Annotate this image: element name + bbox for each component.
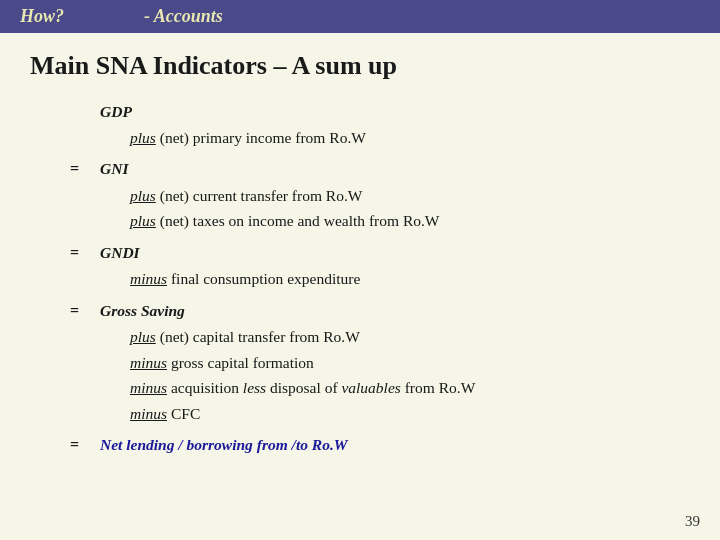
- gni-sub2: plus (net) taxes on income and wealth fr…: [40, 208, 690, 234]
- page-number: 39: [685, 513, 700, 530]
- main-content: Main SNA Indicators – A sum up GDP plus …: [0, 33, 720, 475]
- header-left: How?: [20, 6, 64, 27]
- nl-block: = Net lending / borrowing from /to Ro.W: [40, 432, 690, 458]
- nl-eq: =: [70, 432, 100, 458]
- gs-eq: =: [70, 298, 100, 324]
- gndi-block: = GNDI minus final consumption expenditu…: [40, 240, 690, 292]
- gs-block: = Gross Saving plus (net) capital transf…: [40, 298, 690, 427]
- main-title: Main SNA Indicators – A sum up: [30, 51, 690, 81]
- gs-sub3: minus acquisition less disposal of valua…: [40, 375, 690, 401]
- gdp-sub-text: (net) primary income from Ro.W: [156, 129, 366, 146]
- gni-sub1: plus (net) current transfer from Ro.W: [40, 183, 690, 209]
- header-right: - Accounts: [144, 6, 223, 27]
- gni-eq: =: [70, 156, 100, 182]
- gndi-eq: =: [70, 240, 100, 266]
- header: How? - Accounts: [0, 0, 720, 33]
- content-body: GDP plus (net) primary income from Ro.W …: [30, 99, 690, 459]
- gdp-block: GDP plus (net) primary income from Ro.W: [40, 99, 690, 150]
- gndi-sub: minus final consumption expenditure: [40, 266, 690, 292]
- nl-label: Net lending / borrowing from /to Ro.W: [100, 432, 348, 458]
- gdp-sub: plus (net) primary income from Ro.W: [40, 125, 690, 151]
- gdp-label: GDP: [40, 99, 690, 125]
- gs-sub2: minus gross capital formation: [40, 350, 690, 376]
- gs-sub4: minus CFC: [40, 401, 690, 427]
- gni-label: GNI: [100, 156, 128, 182]
- gs-sub1: plus (net) capital transfer from Ro.W: [40, 324, 690, 350]
- gni-block: = GNI plus (net) current transfer from R…: [40, 156, 690, 234]
- gs-label: Gross Saving: [100, 298, 185, 324]
- gndi-label: GNDI: [100, 240, 140, 266]
